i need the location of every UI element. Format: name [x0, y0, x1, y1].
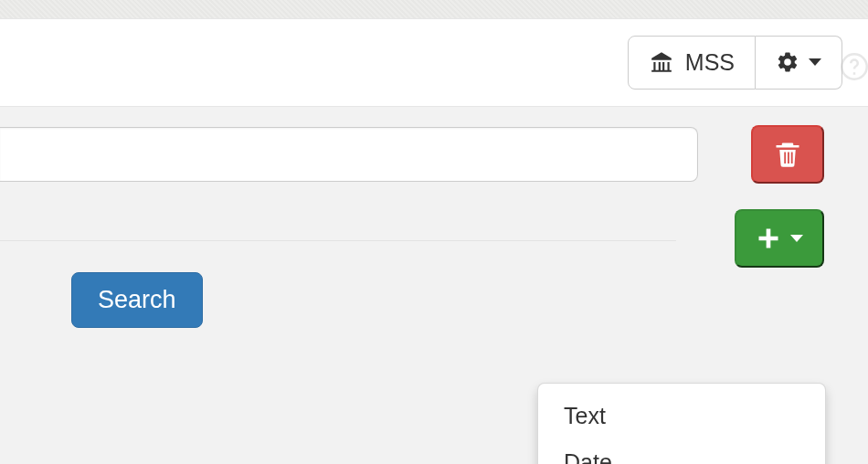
- repository-label: MSS: [685, 47, 735, 78]
- help-icon[interactable]: [841, 53, 868, 80]
- add-field-menu-item-text[interactable]: Text: [538, 393, 825, 439]
- toolbar: MSS: [0, 18, 868, 107]
- search-input[interactable]: [0, 127, 698, 182]
- settings-button[interactable]: [756, 36, 842, 90]
- search-row: [0, 125, 868, 184]
- delete-row-button[interactable]: [751, 125, 824, 184]
- repository-button-group: MSS: [628, 36, 842, 90]
- gear-icon: [776, 50, 799, 74]
- caret-down-icon: [809, 58, 821, 66]
- window-texture: [0, 0, 868, 18]
- repository-button[interactable]: MSS: [628, 36, 756, 90]
- search-button[interactable]: Search: [71, 272, 203, 328]
- add-field-button[interactable]: [735, 209, 824, 268]
- add-field-menu: Text Date Boolean: [537, 383, 826, 465]
- content-area: Search Text Date Boolean: [0, 107, 868, 328]
- add-row: [0, 209, 868, 268]
- search-button-label: Search: [98, 286, 176, 313]
- add-field-menu-item-date[interactable]: Date: [538, 439, 825, 465]
- plus-icon: [756, 226, 781, 251]
- caret-down-icon: [790, 235, 803, 242]
- divider: [0, 240, 676, 241]
- submit-row: Search: [0, 272, 868, 328]
- institution-icon: [649, 50, 674, 74]
- trash-icon: [774, 139, 801, 170]
